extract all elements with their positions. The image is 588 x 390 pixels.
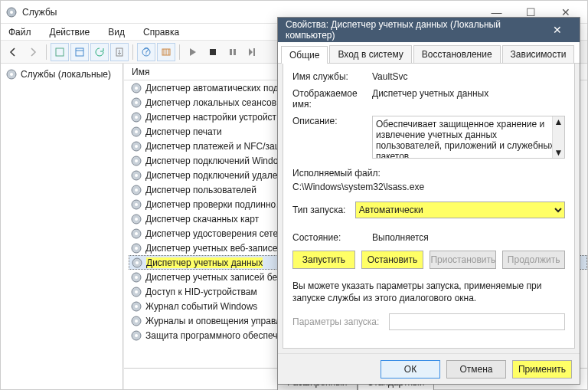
gear-icon [130, 140, 142, 152]
dialog-body: Имя службы: VaultSvc Отображаемое имя: Д… [283, 64, 575, 349]
label-service-name: Имя службы: [292, 71, 366, 82]
menu-action[interactable]: Действие [47, 25, 93, 39]
label-startup: Тип запуска: [292, 205, 349, 215]
svg-point-13 [10, 73, 13, 76]
list-item-label: Журналы и оповещения управле… [145, 316, 296, 326]
params-input[interactable] [389, 313, 565, 330]
description-box[interactable]: Обеспечивает защищенное хранение и извле… [372, 116, 565, 159]
scrollbar[interactable]: ▲▼ [552, 116, 564, 158]
list-item-label: Диспетчер платежей и NFC/защ… [145, 141, 292, 152]
resume-button: Продолжить [502, 251, 565, 269]
list-item-label: Диспетчер удостоверения сетев… [145, 228, 292, 239]
gear-icon [130, 184, 142, 196]
forward-button[interactable] [24, 43, 42, 61]
list-item-label: Журнал событий Windows [145, 301, 257, 312]
startup-note: Вы можете указать параметры запуска, при… [292, 280, 565, 304]
svg-rect-11 [253, 48, 255, 56]
list-item-label: Диспетчер учетных веб-записе… [145, 243, 286, 254]
menu-view[interactable]: Вид [105, 25, 128, 39]
export-button[interactable] [110, 43, 129, 61]
list-item-label: Диспетчер проверки подлинно… [145, 199, 285, 210]
gear-icon [130, 315, 142, 327]
gear-icon [130, 242, 142, 254]
dialog-close-button[interactable]: ✕ [543, 24, 572, 36]
label-display-name: Отображаемое имя: [292, 88, 366, 110]
svg-point-45 [135, 305, 138, 308]
list-item-label: Диспетчер печати [145, 126, 222, 137]
apply-button[interactable]: Применить [512, 360, 572, 379]
gear-icon [131, 257, 143, 269]
label-params: Параметры запуска: [292, 316, 383, 327]
toolbar-button-1[interactable] [51, 43, 69, 61]
gear-icon [130, 228, 142, 240]
value-service-name: VaultSvc [372, 71, 565, 82]
value-display-name: Диспетчер учетных данных [372, 88, 565, 99]
svg-point-19 [135, 116, 138, 119]
tab-recovery[interactable]: Восстановление [413, 45, 501, 63]
refresh-button[interactable] [90, 43, 109, 61]
tree-root-label: Службы (локальные) [21, 69, 111, 80]
menu-file[interactable]: Файл [5, 25, 34, 39]
tab-dependencies[interactable]: Зависимости [502, 45, 575, 63]
gear-icon [130, 271, 142, 283]
ok-button[interactable]: ОК [381, 360, 440, 379]
gear-icon [130, 169, 142, 182]
svg-point-33 [135, 218, 138, 221]
svg-point-1 [10, 11, 13, 14]
window-title: Службы [22, 7, 57, 18]
pause-button: Приостановить [430, 251, 496, 269]
menu-help[interactable]: Справка [140, 25, 182, 39]
toolbar-button-2[interactable] [70, 43, 89, 61]
svg-point-31 [135, 203, 138, 206]
control-buttons: Запустить Остановить Приостановить Продо… [292, 251, 565, 269]
startup-select[interactable]: Автоматически [355, 202, 565, 218]
tab-general[interactable]: Общие [281, 46, 328, 64]
start-button[interactable]: Запустить [292, 251, 355, 269]
svg-point-49 [135, 334, 138, 337]
svg-rect-10 [234, 49, 236, 55]
list-item-label: Диспетчер локальных сеансов [145, 97, 276, 108]
list-item-label: Диспетчер пользователей [145, 185, 256, 195]
list-item-label: Диспетчер скачанных карт [145, 214, 259, 224]
help-button[interactable]: ? [137, 43, 155, 61]
svg-point-43 [135, 290, 138, 293]
svg-point-23 [135, 145, 138, 148]
cancel-button[interactable]: Отмена [446, 360, 506, 379]
gear-icon [130, 213, 142, 225]
svg-rect-3 [76, 48, 83, 56]
start-icon[interactable] [184, 43, 202, 61]
svg-point-15 [135, 87, 138, 90]
tree-pane: Службы (локальные) [1, 64, 123, 389]
svg-rect-8 [210, 49, 216, 55]
svg-point-41 [135, 276, 138, 279]
stop-icon[interactable] [204, 43, 222, 61]
properties-dialog: Свойства: Диспетчер учетных данных (Лока… [277, 17, 580, 385]
tree-root[interactable]: Службы (локальные) [4, 67, 119, 82]
stop-button[interactable]: Остановить [361, 251, 424, 269]
value-description: Обеспечивает защищенное хранение и извле… [376, 119, 554, 159]
gear-icon [130, 82, 142, 94]
gear-icon [130, 329, 142, 342]
gear-icon [130, 286, 142, 298]
gear-icon [130, 198, 142, 211]
label-state: Состояние: [292, 232, 366, 243]
list-item-label: Доступ к HID-устройствам [145, 287, 257, 297]
gear-icon [130, 126, 142, 138]
back-button[interactable] [4, 43, 22, 61]
list-item-label: Защита программного обеспеч… [145, 330, 286, 341]
value-exe: C:\Windows\system32\lsass.exe [292, 182, 565, 192]
list-item-label: Диспетчер подключений Windo… [145, 156, 287, 166]
list-item-label: Диспетчер учетных записей без… [145, 272, 290, 283]
svg-point-47 [135, 320, 138, 323]
list-item-label: Диспетчер настройки устройст… [145, 112, 286, 123]
tab-logon[interactable]: Вход в систему [329, 45, 411, 63]
dialog-title: Свойства: Диспетчер учетных данных (Лока… [286, 19, 543, 41]
gear-icon [130, 111, 142, 123]
svg-point-27 [135, 174, 138, 177]
value-state: Выполняется [372, 232, 565, 243]
restart-icon[interactable] [243, 43, 262, 61]
label-exe: Исполняемый файл: [292, 168, 565, 179]
toolbar-button-6[interactable] [157, 43, 175, 61]
svg-point-35 [135, 232, 138, 235]
pause-icon[interactable] [224, 43, 242, 61]
